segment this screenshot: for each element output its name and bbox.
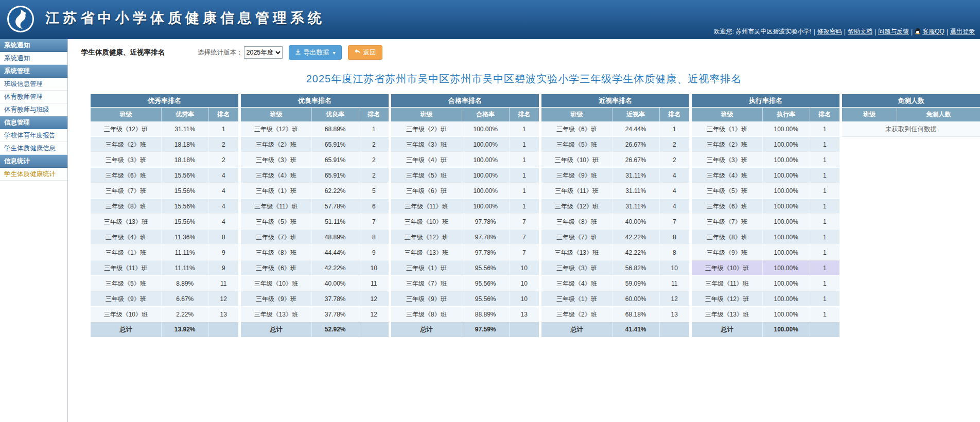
table-row[interactable]: 三年级《5》班100.00%1 — [692, 183, 839, 199]
table-cell: 1 — [810, 183, 839, 199]
table-row[interactable]: 三年级《13》班97.78%7 — [391, 245, 539, 260]
sidebar-group-2[interactable]: 系统管理 — [0, 65, 67, 78]
table-row[interactable]: 三年级《4》班100.00%1 — [391, 152, 539, 168]
table-row[interactable]: 三年级《7》班48.89%8 — [241, 230, 389, 245]
table-row[interactable]: 三年级《10》班26.67%2 — [541, 152, 689, 168]
table-row[interactable]: 三年级《4》班11.36%8 — [91, 230, 238, 245]
header-link-3[interactable]: 客服QQ — [915, 27, 944, 36]
table-row[interactable]: 三年级《13》班37.78%12 — [241, 307, 389, 322]
sidebar-group-0[interactable]: 系统通知 — [0, 39, 67, 52]
table-cell: 三年级《4》班 — [91, 230, 162, 245]
table-row[interactable]: 三年级《13》班42.22%8 — [541, 245, 689, 260]
table-row[interactable]: 三年级《6》班100.00%1 — [692, 199, 839, 214]
table-row[interactable]: 三年级《10》班2.22%13 — [91, 307, 238, 322]
table-row[interactable]: 三年级《4》班100.00%1 — [692, 168, 839, 183]
sidebar-item-5[interactable]: 体育教师与班级 — [0, 103, 67, 116]
table-row[interactable]: 三年级《2》班18.18%2 — [91, 137, 238, 152]
table-row[interactable]: 三年级《11》班100.00%1 — [391, 199, 539, 214]
table-row[interactable]: 三年级《1》班95.56%10 — [391, 260, 539, 276]
table-row[interactable]: 三年级《8》班15.56%4 — [91, 199, 238, 214]
table-cell: 2 — [359, 168, 389, 183]
sidebar-group-9[interactable]: 信息统计 — [0, 155, 67, 168]
table-row[interactable]: 三年级《3》班100.00%1 — [391, 137, 539, 152]
table-row[interactable]: 三年级《1》班100.00%1 — [692, 121, 839, 137]
table-row[interactable]: 三年级《1》班11.11%9 — [91, 245, 238, 260]
table-row[interactable]: 三年级《12》班68.89%1 — [241, 121, 389, 137]
table-row[interactable]: 三年级《8》班88.89%13 — [391, 307, 539, 322]
table-row[interactable]: 三年级《12》班100.00%1 — [692, 291, 839, 307]
sidebar-item-10[interactable]: 学生体质健康统计 — [0, 168, 67, 181]
table-row[interactable]: 三年级《3》班56.82%10 — [541, 260, 689, 276]
table-row[interactable]: 三年级《5》班8.89%11 — [91, 276, 238, 291]
table-row[interactable]: 三年级《10》班97.78%7 — [391, 214, 539, 230]
sidebar-item-1[interactable]: 系统通知 — [0, 52, 67, 65]
table-row[interactable]: 三年级《3》班18.18%2 — [91, 152, 238, 168]
table-row[interactable]: 三年级《6》班100.00%1 — [391, 183, 539, 199]
table-row[interactable]: 三年级《6》班15.56%4 — [91, 168, 238, 183]
table-row[interactable]: 三年级《5》班26.67%2 — [541, 137, 689, 152]
table-row[interactable]: 三年级《7》班42.22%8 — [541, 230, 689, 245]
header-link-1[interactable]: 帮助文档 — [848, 27, 872, 36]
export-data-button[interactable]: 导出数据 ▾ — [289, 45, 342, 60]
table-row[interactable]: 三年级《2》班65.91%2 — [241, 137, 389, 152]
table-cell: 7 — [510, 230, 539, 245]
sidebar-item-8[interactable]: 学生体质健康信息 — [0, 142, 67, 155]
table-row[interactable]: 三年级《8》班40.00%7 — [541, 214, 689, 230]
table-row[interactable]: 三年级《11》班31.11%4 — [541, 183, 689, 199]
table-row[interactable]: 三年级《4》班65.91%2 — [241, 168, 389, 183]
table-row[interactable]: 三年级《9》班95.56%10 — [391, 291, 539, 307]
table-row[interactable]: 三年级《2》班100.00%1 — [391, 121, 539, 137]
table-row[interactable]: 三年级《11》班100.00%1 — [692, 276, 839, 291]
sidebar-group-6[interactable]: 信息管理 — [0, 116, 67, 129]
header-link-2[interactable]: 问题与反馈 — [878, 27, 909, 36]
table-row[interactable]: 三年级《7》班100.00%1 — [692, 214, 839, 230]
table-cell: 三年级《2》班 — [391, 121, 462, 137]
table-row[interactable]: 三年级《12》班97.78%7 — [391, 230, 539, 245]
table-row[interactable]: 三年级《13》班15.56%4 — [91, 214, 238, 230]
table-row[interactable]: 三年级《12》班31.11%4 — [541, 199, 689, 214]
table-row[interactable]: 三年级《1》班62.22%5 — [241, 183, 389, 199]
page-layout: 系统通知系统通知系统管理班级信息管理体育教师管理体育教师与班级信息管理学校体育年… — [0, 39, 980, 422]
header-link-4[interactable]: 退出登录 — [950, 27, 975, 36]
table-cell: 10 — [510, 276, 539, 291]
table-row[interactable]: 三年级《11》班11.11%9 — [91, 260, 238, 276]
table-cell: 12 — [660, 291, 689, 307]
sidebar-item-7[interactable]: 学校体育年度报告 — [0, 129, 67, 142]
sidebar-item-4[interactable]: 体育教师管理 — [0, 91, 67, 103]
table-row[interactable]: 三年级《9》班6.67%12 — [91, 291, 238, 307]
table-row[interactable]: 三年级《3》班100.00%1 — [692, 152, 839, 168]
table-row[interactable]: 三年级《8》班100.00%1 — [692, 230, 839, 245]
table-cell: 三年级《10》班 — [391, 214, 462, 230]
table-cell: 13 — [209, 307, 238, 322]
table-row[interactable]: 三年级《8》班44.44%9 — [241, 245, 389, 260]
table-row[interactable]: 三年级《9》班37.78%12 — [241, 291, 389, 307]
table-row[interactable]: 三年级《13》班100.00%1 — [692, 307, 839, 322]
header-link-0[interactable]: 修改密码 — [817, 27, 842, 36]
table-row[interactable]: 三年级《6》班24.44%1 — [541, 121, 689, 137]
table-row[interactable]: 三年级《11》班57.78%6 — [241, 199, 389, 214]
table-row[interactable]: 三年级《2》班68.18%13 — [541, 307, 689, 322]
sidebar-item-3[interactable]: 班级信息管理 — [0, 78, 67, 91]
table-row[interactable]: 三年级《10》班100.00%1 — [692, 260, 839, 276]
return-button[interactable]: 返回 — [348, 45, 382, 60]
column-header: 优秀率 — [162, 108, 209, 121]
table-row[interactable]: 三年级《7》班95.56%10 — [391, 276, 539, 291]
table-row[interactable]: 三年级《12》班31.11%1 — [91, 121, 238, 137]
table-row[interactable]: 三年级《9》班31.11%4 — [541, 168, 689, 183]
table-row[interactable]: 三年级《2》班100.00%1 — [692, 137, 839, 152]
table-row[interactable]: 三年级《5》班51.11%7 — [241, 214, 389, 230]
table-cell: 三年级《9》班 — [91, 291, 162, 307]
table-row[interactable]: 三年级《7》班15.56%4 — [91, 183, 238, 199]
version-select[interactable]: 2025年度 — [244, 46, 283, 59]
table-row[interactable]: 三年级《1》班60.00%12 — [541, 291, 689, 307]
table-row[interactable]: 三年级《6》班42.22%10 — [241, 260, 389, 276]
table-row[interactable]: 三年级《5》班100.00%1 — [391, 168, 539, 183]
table-column-headers: 班级优良率排名 — [241, 108, 389, 121]
table-row[interactable]: 三年级《9》班100.00%1 — [692, 245, 839, 260]
table-row[interactable]: 三年级《10》班40.00%11 — [241, 276, 389, 291]
table-cell: 95.56% — [462, 260, 510, 276]
table-row[interactable]: 三年级《4》班59.09%11 — [541, 276, 689, 291]
table-row[interactable]: 三年级《3》班65.91%2 — [241, 152, 389, 168]
table-cell: 18.18% — [162, 137, 209, 152]
column-header: 班级 — [541, 108, 612, 121]
